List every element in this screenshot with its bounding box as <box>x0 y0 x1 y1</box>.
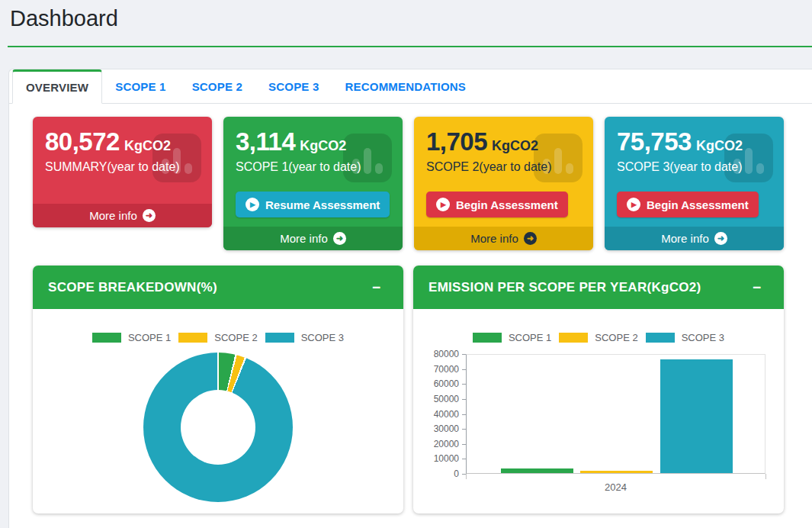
panel-title: EMISSION PER SCOPE PER YEAR(KgCO2) <box>428 280 701 295</box>
y-axis-tick-label: 20000 <box>413 439 459 449</box>
y-axis-tick-label: 80000 <box>413 349 459 359</box>
legend-item-scope-3[interactable]: SCOPE 3 <box>646 332 724 343</box>
stat-value: 80,572 <box>45 127 120 156</box>
chart-panels-row: SCOPE BREAKEDOWN(%) − SCOPE 1SCOPE 2SCOP… <box>33 266 812 514</box>
bar-plot-area <box>466 354 765 474</box>
resume-assessment-button[interactable]: ▶ Resume Assessment <box>236 192 390 217</box>
legend-swatch <box>559 333 588 343</box>
stat-label: SCOPE 2(year to date) <box>426 160 581 174</box>
stat-card-scope-2: 1,705KgCO2 SCOPE 2(year to date) ▶ Begin… <box>414 117 593 250</box>
card-body: 1,705KgCO2 SCOPE 2(year to date) <box>414 117 593 185</box>
card-body: 80,572KgCO2 SUMMARY(year to date) <box>33 117 212 204</box>
stat-unit: KgCO2 <box>124 138 171 153</box>
y-axis-tick-label: 30000 <box>413 423 459 434</box>
legend-label: SCOPE 1 <box>128 332 171 343</box>
y-axis-tick-label: 60000 <box>413 378 459 389</box>
stat-label: SCOPE 1(year to date) <box>236 160 390 174</box>
stat-unit: KgCO2 <box>696 138 743 153</box>
tab-overview[interactable]: OVERVIEW <box>12 69 102 104</box>
panel-emission-per-year: EMISSION PER SCOPE PER YEAR(KgCO2) − SCO… <box>413 266 784 514</box>
more-info-link[interactable]: More info ➜ <box>605 227 784 250</box>
tab-scope-2[interactable]: SCOPE 2 <box>179 69 255 103</box>
bar-chart-legend: SCOPE 1SCOPE 2SCOPE 3 <box>413 332 784 343</box>
panel-body: SCOPE 1SCOPE 2SCOPE 3 <box>33 309 403 514</box>
tab-content: 80,572KgCO2 SUMMARY(year to date) More i… <box>9 104 812 514</box>
more-info-label: More info <box>280 232 328 245</box>
bar-scope-1 <box>501 468 573 473</box>
assess-button-label: Begin Assessment <box>456 198 558 211</box>
page-title: Dashboard <box>10 6 118 31</box>
stat-card-summary: 80,572KgCO2 SUMMARY(year to date) More i… <box>33 117 212 227</box>
legend-label: SCOPE 3 <box>301 332 344 343</box>
arrow-circle-icon: ➜ <box>333 232 346 245</box>
legend-swatch <box>265 333 294 343</box>
card-body: 75,753KgCO2 SCOPE 3(year to date) <box>605 117 784 185</box>
legend-item-scope-1[interactable]: SCOPE 1 <box>92 332 171 343</box>
stat-label: SUMMARY(year to date) <box>45 160 200 174</box>
y-axis-tick-label: 70000 <box>413 364 459 375</box>
tab-scope-3[interactable]: SCOPE 3 <box>255 69 332 103</box>
y-axis-tick-label: 10000 <box>413 453 459 464</box>
legend-swatch <box>92 333 121 343</box>
x-axis-label-2024: 2024 <box>466 481 765 493</box>
stat-label: SCOPE 3(year to date) <box>617 160 772 174</box>
legend-swatch <box>473 333 502 343</box>
assess-button-label: Begin Assessment <box>647 198 749 211</box>
stat-cards-row: 80,572KgCO2 SUMMARY(year to date) More i… <box>33 117 812 250</box>
donut-legend: SCOPE 1SCOPE 2SCOPE 3 <box>33 332 403 343</box>
section-divider <box>8 46 812 47</box>
legend-item-scope-1[interactable]: SCOPE 1 <box>473 332 551 343</box>
legend-label: SCOPE 1 <box>509 332 551 343</box>
stat-unit: KgCO2 <box>300 138 346 153</box>
panel-header: SCOPE BREAKEDOWN(%) − <box>33 266 403 309</box>
bar-scope-3 <box>660 359 733 473</box>
scope-breakdown-donut-chart <box>143 353 293 502</box>
begin-assessment-button[interactable]: ▶ Begin Assessment <box>617 192 759 217</box>
legend-label: SCOPE 3 <box>682 332 724 343</box>
more-info-link[interactable]: More info ➜ <box>414 227 593 250</box>
card-body: 3,114KgCO2 SCOPE 1(year to date) <box>223 117 403 185</box>
panel-body: SCOPE 1SCOPE 2SCOPE 3 010000200003000040… <box>413 309 784 514</box>
more-info-label: More info <box>470 232 518 245</box>
legend-label: SCOPE 2 <box>595 332 637 343</box>
stat-value: 75,753 <box>617 127 692 156</box>
tab-scope-1[interactable]: SCOPE 1 <box>102 69 178 103</box>
tab-nav: OVERVIEW SCOPE 1 SCOPE 2 SCOPE 3 RECOMME… <box>9 69 812 104</box>
tabs-pane: OVERVIEW SCOPE 1 SCOPE 2 SCOPE 3 RECOMME… <box>8 69 812 528</box>
x-axis-tick <box>765 474 766 479</box>
play-icon: ▶ <box>246 198 259 211</box>
minimize-icon[interactable]: − <box>372 280 380 295</box>
arrow-circle-icon: ➜ <box>524 232 537 245</box>
x-axis-tick <box>466 474 467 479</box>
donut-hole <box>181 390 255 465</box>
more-info-link[interactable]: More info ➜ <box>223 227 403 250</box>
legend-label: SCOPE 2 <box>214 332 257 343</box>
y-axis-tick-label: 40000 <box>413 409 459 420</box>
bar-scope-2 <box>580 471 653 473</box>
assess-button-label: Resume Assessment <box>265 198 380 211</box>
more-info-link[interactable]: More info ➜ <box>33 204 212 227</box>
stat-card-scope-1: 3,114KgCO2 SCOPE 1(year to date) ▶ Resum… <box>223 117 403 250</box>
arrow-circle-icon: ➜ <box>143 209 156 222</box>
stat-unit: KgCO2 <box>492 138 538 153</box>
more-info-label: More info <box>89 209 137 222</box>
legend-item-scope-2[interactable]: SCOPE 2 <box>178 332 257 343</box>
tab-recommendations[interactable]: RECOMMENDATIONS <box>332 69 480 103</box>
arrow-circle-icon: ➜ <box>714 232 727 245</box>
panel-title: SCOPE BREAKEDOWN(%) <box>48 280 217 295</box>
legend-swatch <box>178 333 207 343</box>
stat-value: 3,114 <box>236 127 295 156</box>
panel-scope-breakdown: SCOPE BREAKEDOWN(%) − SCOPE 1SCOPE 2SCOP… <box>33 266 403 514</box>
y-axis-tick-label: 0 <box>413 468 459 479</box>
play-icon: ▶ <box>436 198 450 211</box>
minimize-icon[interactable]: − <box>753 280 761 295</box>
stat-value: 1,705 <box>426 127 487 156</box>
stat-card-scope-3: 75,753KgCO2 SCOPE 3(year to date) ▶ Begi… <box>605 117 784 250</box>
play-icon: ▶ <box>627 198 640 211</box>
panel-header: EMISSION PER SCOPE PER YEAR(KgCO2) − <box>413 266 784 309</box>
begin-assessment-button[interactable]: ▶ Begin Assessment <box>426 192 568 217</box>
y-axis-tick-label: 50000 <box>413 394 459 404</box>
legend-item-scope-2[interactable]: SCOPE 2 <box>559 332 637 343</box>
more-info-label: More info <box>661 232 709 245</box>
legend-item-scope-3[interactable]: SCOPE 3 <box>265 332 344 343</box>
